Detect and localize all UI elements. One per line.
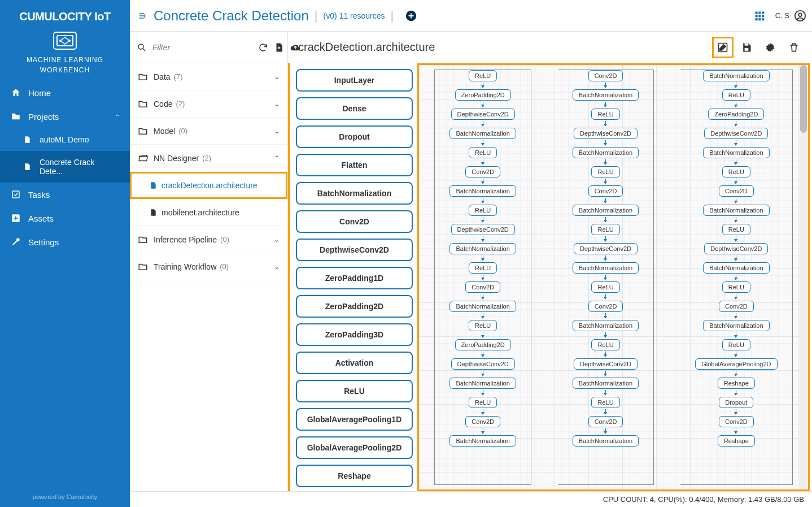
graph-node[interactable]: BatchNormalization — [703, 147, 769, 158]
graph-node[interactable]: BatchNormalization — [703, 70, 769, 81]
graph-node[interactable]: DepthwiseConv2D — [451, 358, 515, 370]
graph-node[interactable]: DepthwiseConv2D — [451, 224, 515, 235]
tree-folder[interactable]: Code (2) ⌄ — [130, 90, 287, 118]
graph-node[interactable]: ReLU — [591, 397, 619, 408]
palette-item[interactable]: ZeroPadding3D — [296, 323, 413, 346]
palette-item[interactable]: DepthwiseConv2D — [296, 239, 413, 261]
palette-item[interactable]: Dropout — [296, 125, 413, 148]
graph-node[interactable]: ReLU — [469, 147, 497, 158]
graph-node[interactable]: ZeroPadding2D — [455, 89, 511, 101]
tree-file[interactable]: crackDetection.architecture — [130, 172, 287, 199]
graph-node[interactable]: ReLU — [591, 339, 619, 350]
palette-item[interactable]: InputLayer — [296, 69, 413, 92]
graph-node[interactable]: Reshape — [718, 378, 755, 389]
graph-node[interactable]: ReLU — [591, 166, 619, 177]
scroll-thumb[interactable] — [800, 65, 807, 133]
tree-folder[interactable]: Training Workflow (0) ⌄ — [130, 253, 287, 280]
palette-item[interactable]: Flatten — [296, 154, 413, 176]
graph-node[interactable]: ReLU — [722, 339, 750, 350]
graph-node[interactable]: DepthwiseConv2D — [704, 243, 768, 254]
graph-node[interactable]: BatchNormalization — [573, 320, 639, 331]
tree-folder[interactable]: Model (0) ⌄ — [130, 118, 287, 145]
palette-item[interactable]: ZeroPadding2D — [296, 295, 413, 318]
save-button[interactable] — [739, 40, 754, 55]
tree-folder[interactable]: NN Designer (2) ⌃ — [130, 145, 287, 172]
palette-item[interactable]: GlobalAveragePooling2D — [296, 436, 413, 459]
nav-project-automl[interactable]: autoML Demo — [0, 128, 130, 151]
nav-assets[interactable]: Assets — [0, 206, 130, 230]
tree-filter-input[interactable] — [152, 43, 252, 52]
graph-node[interactable]: DepthwiseConv2D — [704, 128, 768, 139]
graph-node[interactable]: Conv2D — [588, 416, 623, 427]
palette-item[interactable]: Conv2D — [296, 210, 413, 233]
graph-node[interactable]: Conv2D — [588, 70, 623, 81]
graph-node[interactable]: BatchNormalization — [449, 185, 516, 197]
graph-node[interactable]: BatchNormalization — [573, 89, 639, 101]
collapse-sidebar-button[interactable] — [138, 11, 147, 20]
graph-node[interactable]: ReLU — [591, 281, 619, 293]
refresh-button[interactable] — [258, 42, 268, 53]
new-file-button[interactable] — [274, 42, 284, 53]
graph-node[interactable]: ReLU — [722, 166, 750, 177]
graph-node[interactable]: ReLU — [722, 89, 750, 101]
graph-node[interactable]: BatchNormalization — [449, 301, 516, 312]
graph-node[interactable]: Conv2D — [465, 416, 500, 427]
palette-item[interactable]: ReLU — [296, 380, 413, 402]
nav-home[interactable]: Home — [0, 81, 130, 105]
palette-item[interactable]: BatchNormalization — [296, 182, 413, 205]
palette-item[interactable]: Activation — [296, 352, 413, 374]
palette-item[interactable]: Reshape — [296, 465, 413, 487]
nav-projects[interactable]: Projects ⌃ — [0, 105, 130, 128]
graph-node[interactable]: ReLU — [722, 281, 750, 293]
tree-folder[interactable]: Inference Pipeline (0) ⌄ — [130, 226, 287, 253]
graph-node[interactable]: Conv2D — [465, 281, 500, 293]
palette-item[interactable]: ZeroPadding1D — [296, 267, 413, 289]
graph-node[interactable]: DepthwiseConv2D — [574, 243, 638, 254]
palette-item[interactable]: GlobalAveragePooling1D — [296, 408, 413, 431]
graph-node[interactable]: BatchNormalization — [449, 378, 516, 389]
graph-node[interactable]: ReLU — [469, 397, 497, 408]
tree-file[interactable]: mobilenet.architecture — [130, 199, 287, 226]
graph-node[interactable]: Conv2D — [719, 301, 754, 312]
graph-node[interactable]: BatchNormalization — [573, 262, 639, 274]
graph-node[interactable]: ReLU — [469, 320, 497, 331]
vertical-scrollbar[interactable] — [799, 65, 808, 489]
graph-node[interactable]: ZeroPadding2D — [455, 339, 511, 350]
graph-node[interactable]: BatchNormalization — [449, 243, 516, 254]
graph-node[interactable]: Conv2D — [465, 166, 500, 177]
graph-node[interactable]: BatchNormalization — [703, 320, 769, 331]
apps-grid-icon[interactable] — [754, 10, 765, 21]
graph-node[interactable]: BatchNormalization — [449, 435, 516, 447]
graph-node[interactable]: Conv2D — [719, 416, 754, 427]
graph-canvas[interactable]: ReLUZeroPadding2DDepthwiseConv2DBatchNor… — [419, 65, 808, 489]
graph-node[interactable]: ZeroPadding2D — [708, 109, 764, 120]
tree-folder[interactable]: Data (7) ⌄ — [130, 63, 287, 90]
nav-tasks[interactable]: Tasks — [0, 183, 130, 206]
graph-node[interactable]: BatchNormalization — [573, 435, 639, 447]
graph-node[interactable]: ReLU — [469, 205, 497, 216]
graph-node[interactable]: ReLU — [591, 109, 619, 120]
nav-project-crack[interactable]: Concrete Crack Dete... — [0, 151, 130, 183]
graph-node[interactable]: DepthwiseConv2D — [451, 109, 515, 120]
user-menu[interactable]: C. S — [775, 10, 806, 22]
graph-node[interactable]: ReLU — [591, 224, 619, 235]
graph-node[interactable]: BatchNormalization — [703, 205, 769, 216]
graph-node[interactable]: BatchNormalization — [573, 205, 639, 216]
add-resource-button[interactable] — [405, 10, 417, 22]
graph-node[interactable]: Conv2D — [719, 185, 754, 197]
nav-settings[interactable]: Settings — [0, 230, 130, 254]
graph-node[interactable]: BatchNormalization — [573, 147, 639, 158]
graph-node[interactable]: Dropout — [719, 397, 753, 408]
graph-node[interactable]: GlobalAveragePooling2D — [695, 358, 777, 370]
graph-node[interactable]: Reshape — [718, 435, 755, 447]
delete-button[interactable] — [786, 40, 802, 55]
graph-node[interactable]: Conv2D — [588, 301, 623, 312]
palette-item[interactable]: Dense — [296, 97, 413, 120]
settings-button[interactable] — [762, 40, 778, 55]
graph-node[interactable]: ReLU — [469, 70, 497, 81]
graph-node[interactable]: BatchNormalization — [573, 378, 639, 389]
graph-node[interactable]: ReLU — [722, 224, 750, 235]
graph-node[interactable]: ReLU — [469, 262, 497, 274]
edit-button[interactable] — [715, 40, 731, 55]
graph-node[interactable]: BatchNormalization — [703, 262, 769, 274]
